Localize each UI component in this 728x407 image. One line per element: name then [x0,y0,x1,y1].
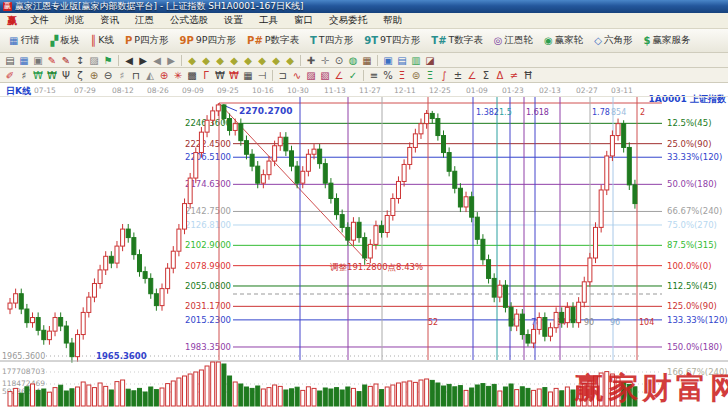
draw-tool-icon-12[interactable]: ▶ [164,54,178,67]
draw-tool-icon-31[interactable]: ▥ [409,54,423,67]
date-tick-label: 01-09 [466,86,488,95]
draw-tool-icon-18[interactable]: ◆ [241,54,255,67]
draw-tool-icon-6[interactable]: ▨ [87,54,101,67]
menu-item-0[interactable]: 文件 [22,13,57,28]
draw-tool-icon-24[interactable]: ✛ [318,54,332,67]
menu-item-2[interactable]: 资讯 [92,13,127,28]
menu-item-6[interactable]: 工具 [251,13,286,28]
draw-tool-icon-3[interactable]: ₩ [45,69,59,82]
draw-tool-icon-35[interactable]: Σ [479,69,493,82]
draw-tool-icon-28[interactable]: % [381,69,395,82]
draw-tool-icon-25[interactable]: ✓ [346,69,360,82]
draw-tool-icon-36[interactable]: Δ [493,69,507,82]
draw-tool-icon-20[interactable]: ⊐ [276,69,290,82]
draw-tool-icon-15[interactable]: ₩ [213,69,227,82]
candle-body [616,124,620,136]
draw-tool-icon-2[interactable]: ▣ [31,54,45,67]
draw-tool-icon-17[interactable]: ◆ [227,54,241,67]
draw-tool-icon-16[interactable]: ◆ [213,54,227,67]
draw-tool-icon-9[interactable]: ◀ [122,54,136,67]
draw-tool-icon-20[interactable]: ◆ [269,54,283,67]
draw-tool-icon-32[interactable]: ∫ [437,69,451,82]
draw-tool-icon-23[interactable]: ▧ [318,69,332,82]
draw-tool-icon-15[interactable]: ◆ [199,54,213,67]
toolbar-button-4[interactable]: 9P9P四方形 [175,31,242,51]
menu-item-5[interactable]: 设置 [216,13,251,28]
draw-tool-icon-33[interactable]: ± [451,69,465,82]
draw-tool-icon-1[interactable]: ▦ [17,54,31,67]
draw-tool-icon-11[interactable]: ◀ [150,54,164,67]
draw-tool-icon-0[interactable]: ✐ [3,69,17,82]
draw-tool-icon-0[interactable]: ▤ [3,54,17,67]
draw-tool-icon-7[interactable]: ⚑ [101,54,115,67]
draw-tool-icon-13[interactable]: ▩ [185,69,199,82]
toolbar-button-7[interactable]: 9T9T四方形 [359,31,425,51]
draw-tool-icon-5[interactable]: ζ [73,69,87,82]
draw-tool-icon-9[interactable]: ⊓ [129,69,143,82]
draw-tool-icon-27[interactable]: ≡ [367,69,381,82]
menu-item-7[interactable]: 窗口 [286,13,321,28]
draw-tool-icon-21[interactable]: ◆ [283,54,297,67]
draw-tool-icon-32[interactable]: ◪ [423,54,437,67]
toolbar-button-10[interactable]: ◉赢家轮 [539,31,588,51]
draw-tool-icon-38[interactable]: Ħ [521,69,535,82]
draw-tool-icon-24[interactable]: ∠ [332,69,346,82]
draw-tool-icon-31[interactable]: Ξ [423,69,437,82]
draw-tool-icon-34[interactable]: ∠ [465,69,479,82]
toolbar-button-2[interactable]: ║K线 [85,31,119,51]
candle-body [8,303,12,309]
draw-tool-icon-29[interactable]: ▣ [381,54,395,67]
menu-item-3[interactable]: 江恩 [127,13,162,28]
menu-item-9[interactable]: 帮助 [375,13,410,28]
draw-tool-icon-6[interactable]: ⊕ [87,69,101,82]
draw-tool-icon-11[interactable]: ⊕ [157,69,171,82]
draw-tool-icon-8[interactable]: ♯ [115,69,129,82]
toolbar-button-3[interactable]: PP四方形 [120,31,174,51]
draw-tool-icon-14[interactable]: ◆ [185,54,199,67]
draw-tool-icon-18[interactable]: ⊣ [255,69,269,82]
date-tick-label: 02-13 [539,86,561,95]
draw-tool-icon-7[interactable]: ⊖ [101,69,115,82]
draw-tool-icon-29[interactable]: Ξ [395,69,409,82]
candle-body [216,105,220,111]
draw-tool-icon-10[interactable]: ▶ [136,54,150,67]
toolbar-button-0[interactable]: ▦行情 [4,31,44,51]
draw-tool-icon-4[interactable]: Ψ [59,69,73,82]
draw-tool-icon-37[interactable]: ≠ [507,69,521,82]
draw-tool-icon-12[interactable]: ✳ [171,69,185,82]
menu-item-1[interactable]: 浏览 [57,13,92,28]
percent-level-label: 75.0%(270) [667,220,717,230]
volume-bar [447,384,451,406]
toolbar-button-1[interactable]: ▞板块 [45,31,84,51]
candlestick-chart[interactable]: 07-1507-2908-1208-2609-0909-2510-1610-30… [0,83,728,407]
candle-body [357,222,361,237]
draw-tool-icon-16[interactable]: ₩ [227,69,241,82]
draw-tool-icon-26[interactable]: ◍ [346,54,360,67]
draw-tool-icon-3[interactable]: ✎ [45,54,59,67]
draw-tool-icon-19[interactable]: ◆ [255,54,269,67]
menu-item-8[interactable]: 交易委托 [321,13,375,28]
toolbar-button-9[interactable]: ◎江恩轮 [489,31,538,51]
draw-tool-icon-25[interactable]: ⊙ [332,54,346,67]
window-titlebar[interactable]: 赢 赢家江恩专业版[赢家内部数据平台] - [上证指数 SH1A0001-167… [0,0,728,13]
draw-tool-icon-30[interactable]: ⊜ [409,69,423,82]
volume-bar [160,388,164,406]
draw-tool-icon-14[interactable]: Γ [199,69,213,82]
draw-tool-icon-2[interactable]: ₩ [31,69,45,82]
toolbar-button-5[interactable]: P#P数字表 [242,31,304,51]
toolbar-button-6[interactable]: TT四方形 [305,31,358,51]
toolbar-button-12[interactable]: $赢家服务 [639,31,696,51]
draw-tool-icon-21[interactable]: ∿ [290,69,304,82]
draw-tool-icon-22[interactable]: ▨ [304,69,318,82]
draw-tool-icon-23[interactable]: ✚ [304,54,318,67]
menu-item-4[interactable]: 公式选股 [162,13,216,28]
draw-tool-icon-10[interactable]: ◭ [143,69,157,82]
draw-tool-icon-30[interactable]: ▤ [395,54,409,67]
toolbar-button-11[interactable]: ◇六角形 [589,31,637,51]
toolbar-button-8[interactable]: T#T数字表 [426,31,488,51]
draw-tool-icon-27[interactable]: ▦ [360,54,374,67]
draw-tool-icon-17[interactable]: ▦ [241,69,255,82]
draw-tool-icon-1[interactable]: ♯ [17,69,31,82]
draw-tool-icon-5[interactable]: ↕ [73,54,87,67]
draw-tool-icon-4[interactable]: ✎ [59,54,73,67]
